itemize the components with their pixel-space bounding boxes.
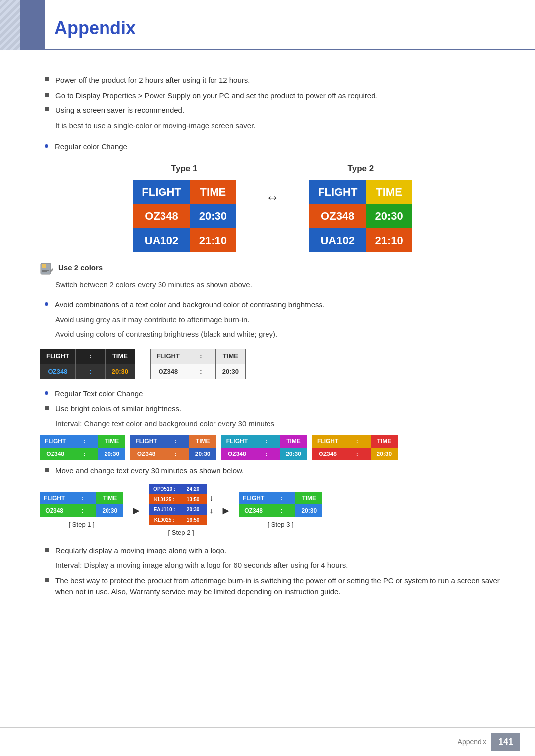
separator: : [186,364,215,379]
flight-cell: UA102 [133,228,190,252]
step3-table: FLIGHT : TIME OZ348 : 20:30 [239,492,322,517]
list-item: Regularly display a moving image along w… [40,545,505,556]
table-row: FLIGHT TIME [309,180,412,204]
avoid-section: Avoid combinations of a text color and b… [40,300,505,340]
content-area: Power off the product for 2 hours after … [0,65,535,621]
list-item: Avoid combinations of a text color and b… [40,300,505,311]
time-cell: 20:30 [295,504,322,517]
section-label: Regular color Change [55,141,505,152]
list-item: Move and change text every 30 minutes as… [40,465,505,477]
avoid-text1: Avoid combinations of a text color and b… [55,300,505,311]
mini-table-2: FLIGHT : TIME OZ348 : 20:30 [130,435,216,460]
bullet-text: Power off the product for 2 hours after … [55,75,505,86]
type1-table: FLIGHT TIME OZ348 20:30 UA102 21:10 [133,180,236,252]
time-header: TIME [96,492,123,504]
time-header: TIME [105,349,135,364]
separator: : [268,504,295,517]
table-row: OZ348 : 20:30 [130,448,216,460]
bullet-circle-icon [45,391,48,395]
table-row: UA102 21:10 [309,228,412,252]
page-wrapper: Appendix Power off the product for 2 hou… [0,0,535,756]
type2-table: FLIGHT TIME OZ348 20:30 UA102 21:10 [309,180,412,252]
avoid-text2: Avoid using grey as it may contribute to… [40,314,505,326]
step1-block: FLIGHT : TIME OZ348 : 20:30 [ Step 1 ] [40,492,123,530]
header-bar: Appendix [0,0,535,50]
arrow-icon: ↔ [266,187,279,208]
table-row: FLIGHT : TIME [40,435,125,448]
table-row: UA102 21:10 [133,228,236,252]
separator: : [253,435,280,448]
bullet-icon [45,548,49,552]
separator: : [71,435,98,448]
bullet-circle-icon [45,144,48,148]
table-row: FLIGHT TIME [133,180,236,204]
table-row: KL0025 : 16:50 [149,515,207,525]
note-icon [40,262,54,276]
move-sub: Move and change text every 30 minutes as… [55,465,505,477]
type2-label: Type 2 [309,162,412,175]
light-flight-table: FLIGHT : TIME OZ348 : 20:30 [150,349,246,379]
final-bullet-text1: Regularly display a moving image along w… [55,545,505,556]
time-cell: 20:30 [366,204,412,228]
header-blue-block [20,0,45,50]
table-row: OZ348 : 20:30 [150,364,245,379]
right-arrow-icon: ► [220,503,231,519]
avoid-text3: Avoid using colors of contrasting bright… [40,329,505,340]
header-title-area: Appendix [45,0,535,50]
footer-label: Appendix [458,737,486,747]
time-cell: 16:50 [179,515,207,525]
separator: : [69,504,96,517]
mini-table-3: FLIGHT : TIME OZ348 : 20:30 [221,435,307,460]
flight-cell: OZ348 [150,364,186,379]
down-arrows: ↓ ↓ [209,492,213,517]
time-cell: 20:30 [190,204,236,228]
steps-row: FLIGHT : TIME OZ348 : 20:30 [ Step 1 ] ► [40,484,505,538]
flight-cell: KL0025 : [149,515,179,525]
time-cell: 20:30 [280,448,307,460]
flight-header: FLIGHT [150,349,186,364]
time-cell: 20:30 [215,364,245,379]
bullet-text: Using a screen saver is recommended. [55,105,505,116]
page-footer: Appendix 141 [0,727,535,756]
note-description: Switch between 2 colors every 30 minutes… [40,279,505,291]
table-row: FLIGHT : TIME [312,435,398,448]
type1-label: Type 1 [133,162,236,175]
flight-cell: OZ348 [133,204,190,228]
list-item: Use bright colors of similar brightness. [40,403,505,415]
table-row: OZ348 : 20:30 [221,448,307,460]
sub-text1: Use bright colors of similar brightness. [55,403,505,415]
section-label: Regular Text color Change [55,388,505,400]
types-row: Type 1 FLIGHT TIME OZ348 20:30 UA102 21: [40,162,505,253]
flight-header: FLIGHT [309,180,366,204]
bullet-circle-icon [45,302,48,306]
table-row: OZ348 : 20:30 [40,448,125,460]
svg-rect-1 [42,264,46,268]
flight-cell: OZ348 [40,448,71,460]
table-row: FLIGHT : TIME [40,349,135,364]
table-row: FLIGHT : TIME [40,492,123,504]
flight-cell: OZ348 [40,364,76,379]
flight-cell: OZ348 [309,204,366,228]
time-cell: 20:30 [371,448,398,460]
separator: : [343,448,371,460]
flight-header: FLIGHT [40,349,76,364]
mini-table-1: FLIGHT : TIME OZ348 : 20:30 [40,435,125,460]
table-row: FLIGHT : TIME [239,492,322,504]
flight-header: FLIGHT [133,180,190,204]
step3-block: FLIGHT : TIME OZ348 : 20:30 [ Step 3 ] [239,492,322,530]
step3-label: [ Step 3 ] [239,520,322,530]
list-item: Regular color Change [40,141,505,152]
flight-cell: KL0125 : [149,494,179,504]
time-cell: 13:50 [179,494,207,504]
four-tables-row: FLIGHT : TIME OZ348 : 20:30 FLIGHT : TIM… [40,435,505,460]
step1-table: FLIGHT : TIME OZ348 : 20:30 [40,492,123,517]
final-sub-text1: Interval: Display a moving image along w… [40,560,505,571]
list-item: Go to Display Properties > Power Supply … [40,90,505,101]
bullet-icon [45,578,49,582]
time-cell: 20:30 [179,504,207,515]
flight-header: FLIGHT [40,492,69,504]
mini-table-4: FLIGHT : TIME OZ348 : 20:30 [312,435,398,460]
header-stripe [0,0,20,50]
dark-flight-table: FLIGHT : TIME OZ348 : 20:30 [40,349,135,379]
table-row: OPO510 : 24:20 [149,484,207,494]
